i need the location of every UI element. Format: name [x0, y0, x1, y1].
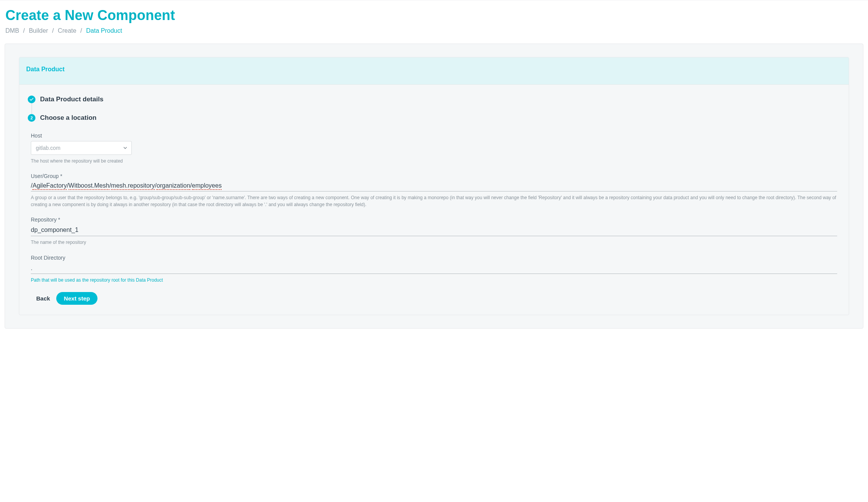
card-header: Data Product	[19, 57, 849, 85]
host-help: The host where the repository will be cr…	[31, 158, 837, 165]
repository-input[interactable]	[31, 225, 837, 236]
field-host: Host The host where the repository will …	[31, 133, 837, 165]
main-panel: Data Product Data Product details 2 Choo…	[5, 44, 863, 329]
step-number-icon: 2	[28, 114, 35, 122]
field-root-directory: Root Directory Path that will be used as…	[31, 255, 837, 284]
root-directory-help: Path that will be used as the repository…	[31, 277, 837, 284]
form: Host The host where the repository will …	[19, 126, 849, 315]
root-directory-input[interactable]	[31, 263, 837, 274]
field-repository: Repository The name of the repository	[31, 217, 837, 246]
step-label: Data Product details	[40, 96, 103, 103]
breadcrumb-item[interactable]: Builder	[29, 27, 48, 34]
next-step-button[interactable]: Next step	[56, 292, 98, 305]
user-group-help: A group or a user that the repository be…	[31, 195, 837, 208]
breadcrumb-separator: /	[23, 27, 25, 34]
step-label: Choose a location	[40, 114, 96, 122]
form-card: Data Product Data Product details 2 Choo…	[19, 57, 849, 315]
page-title: Create a New Component	[5, 7, 866, 24]
breadcrumb-item-current: Data Product	[86, 27, 122, 34]
step-connector	[32, 103, 32, 114]
stepper: Data Product details 2 Choose a location	[19, 85, 849, 126]
step-completed[interactable]: Data Product details	[28, 96, 840, 103]
root-directory-label: Root Directory	[31, 255, 837, 261]
repository-help: The name of the repository	[31, 239, 837, 246]
check-icon	[28, 96, 35, 103]
repository-label: Repository	[31, 217, 837, 223]
back-button[interactable]: Back	[35, 293, 51, 304]
breadcrumb: DMB / Builder / Create / Data Product	[5, 27, 866, 34]
step-current[interactable]: 2 Choose a location	[28, 114, 840, 122]
user-group-input[interactable]: /AgileFactory/Witboost.Mesh/mesh.reposit…	[31, 181, 837, 191]
host-select[interactable]	[31, 141, 132, 155]
breadcrumb-separator: /	[81, 27, 82, 34]
breadcrumb-separator: /	[52, 27, 54, 34]
host-label: Host	[31, 133, 837, 139]
breadcrumb-item[interactable]: Create	[58, 27, 76, 34]
form-actions: Back Next step	[31, 292, 837, 305]
user-group-label: User/Group	[31, 173, 837, 179]
field-user-group: User/Group /AgileFactory/Witboost.Mesh/m…	[31, 173, 837, 208]
breadcrumb-item[interactable]: DMB	[5, 27, 19, 34]
